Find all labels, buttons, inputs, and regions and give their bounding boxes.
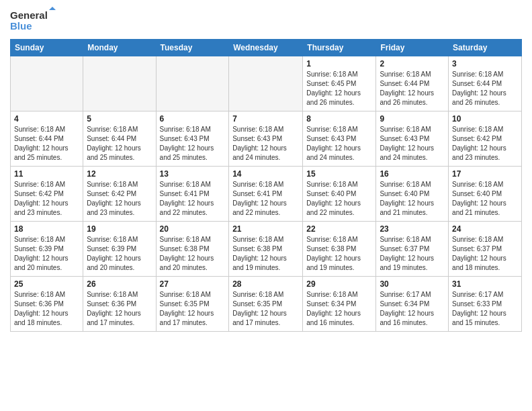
calendar-cell — [229, 56, 303, 111]
calendar-cell: 29Sunrise: 6:18 AM Sunset: 6:34 PM Dayli… — [303, 277, 376, 332]
day-number: 8 — [306, 114, 372, 124]
day-number: 17 — [452, 169, 518, 179]
day-number: 31 — [452, 279, 518, 289]
calendar-week-row: 25Sunrise: 6:18 AM Sunset: 6:36 PM Dayli… — [11, 277, 522, 332]
day-number: 10 — [452, 114, 518, 124]
day-number: 25 — [14, 279, 79, 289]
day-number: 4 — [14, 114, 79, 124]
day-info: Sunrise: 6:18 AM Sunset: 6:42 PM Dayligh… — [14, 180, 79, 218]
day-number: 18 — [14, 224, 79, 234]
calendar-day-header: Saturday — [449, 40, 522, 56]
day-number: 13 — [160, 169, 226, 179]
logo-svg: General Blue — [10, 7, 57, 34]
calendar-cell: 16Sunrise: 6:18 AM Sunset: 6:40 PM Dayli… — [376, 167, 449, 222]
day-info: Sunrise: 6:18 AM Sunset: 6:36 PM Dayligh… — [14, 290, 79, 328]
day-number: 23 — [380, 224, 445, 234]
day-info: Sunrise: 6:18 AM Sunset: 6:44 PM Dayligh… — [87, 125, 152, 163]
calendar-day-header: Tuesday — [156, 40, 229, 56]
calendar-cell: 20Sunrise: 6:18 AM Sunset: 6:38 PM Dayli… — [156, 222, 229, 277]
calendar-week-row: 1Sunrise: 6:18 AM Sunset: 6:45 PM Daylig… — [11, 56, 522, 111]
day-info: Sunrise: 6:17 AM Sunset: 6:33 PM Dayligh… — [452, 290, 518, 328]
calendar-header-row: SundayMondayTuesdayWednesdayThursdayFrid… — [11, 40, 522, 56]
day-number: 20 — [160, 224, 226, 234]
day-info: Sunrise: 6:18 AM Sunset: 6:42 PM Dayligh… — [452, 125, 518, 163]
day-number: 7 — [232, 114, 299, 124]
day-info: Sunrise: 6:18 AM Sunset: 6:41 PM Dayligh… — [160, 180, 226, 218]
calendar-cell: 19Sunrise: 6:18 AM Sunset: 6:39 PM Dayli… — [83, 222, 156, 277]
calendar-cell — [83, 56, 156, 111]
calendar-table: SundayMondayTuesdayWednesdayThursdayFrid… — [10, 39, 522, 332]
day-info: Sunrise: 6:18 AM Sunset: 6:44 PM Dayligh… — [380, 70, 445, 107]
day-info: Sunrise: 6:18 AM Sunset: 6:45 PM Dayligh… — [306, 70, 372, 107]
day-number: 5 — [87, 114, 152, 124]
calendar-cell: 27Sunrise: 6:18 AM Sunset: 6:35 PM Dayli… — [156, 277, 229, 332]
day-number: 6 — [160, 114, 226, 124]
calendar-week-row: 11Sunrise: 6:18 AM Sunset: 6:42 PM Dayli… — [11, 167, 522, 222]
day-number: 24 — [452, 224, 518, 234]
day-number: 16 — [380, 169, 445, 179]
calendar-day-header: Friday — [376, 40, 449, 56]
day-info: Sunrise: 6:18 AM Sunset: 6:40 PM Dayligh… — [452, 180, 518, 218]
calendar-cell — [156, 56, 229, 111]
svg-text:Blue: Blue — [10, 20, 32, 32]
calendar-day-header: Sunday — [11, 40, 83, 56]
day-info: Sunrise: 6:17 AM Sunset: 6:34 PM Dayligh… — [380, 290, 445, 328]
page: General Blue SundayMondayTuesdayWednesda… — [0, 0, 532, 411]
day-number: 3 — [452, 59, 518, 68]
calendar-cell: 11Sunrise: 6:18 AM Sunset: 6:42 PM Dayli… — [11, 167, 83, 222]
calendar-cell: 13Sunrise: 6:18 AM Sunset: 6:41 PM Dayli… — [156, 167, 229, 222]
day-number: 14 — [232, 169, 299, 179]
day-info: Sunrise: 6:18 AM Sunset: 6:43 PM Dayligh… — [380, 125, 445, 163]
logo: General Blue — [10, 7, 57, 34]
day-number: 9 — [380, 114, 445, 124]
day-info: Sunrise: 6:18 AM Sunset: 6:43 PM Dayligh… — [232, 125, 299, 163]
day-number: 27 — [160, 279, 226, 289]
day-number: 19 — [87, 224, 152, 234]
calendar-cell: 10Sunrise: 6:18 AM Sunset: 6:42 PM Dayli… — [449, 111, 522, 167]
day-info: Sunrise: 6:18 AM Sunset: 6:37 PM Dayligh… — [452, 235, 518, 273]
calendar-cell: 21Sunrise: 6:18 AM Sunset: 6:38 PM Dayli… — [229, 222, 303, 277]
calendar-week-row: 4Sunrise: 6:18 AM Sunset: 6:44 PM Daylig… — [11, 111, 522, 167]
day-number: 22 — [306, 224, 372, 234]
calendar-cell: 15Sunrise: 6:18 AM Sunset: 6:40 PM Dayli… — [303, 167, 376, 222]
day-number: 28 — [232, 279, 299, 289]
calendar-cell: 2Sunrise: 6:18 AM Sunset: 6:44 PM Daylig… — [376, 56, 449, 111]
day-number: 2 — [380, 59, 445, 68]
day-number: 29 — [306, 279, 372, 289]
day-info: Sunrise: 6:18 AM Sunset: 6:43 PM Dayligh… — [306, 125, 372, 163]
calendar-cell: 17Sunrise: 6:18 AM Sunset: 6:40 PM Dayli… — [449, 167, 522, 222]
day-info: Sunrise: 6:18 AM Sunset: 6:38 PM Dayligh… — [232, 235, 299, 273]
day-info: Sunrise: 6:18 AM Sunset: 6:37 PM Dayligh… — [380, 235, 445, 273]
calendar-cell: 26Sunrise: 6:18 AM Sunset: 6:36 PM Dayli… — [83, 277, 156, 332]
day-number: 21 — [232, 224, 299, 234]
calendar-cell: 14Sunrise: 6:18 AM Sunset: 6:41 PM Dayli… — [229, 167, 303, 222]
day-info: Sunrise: 6:18 AM Sunset: 6:40 PM Dayligh… — [380, 180, 445, 218]
calendar-cell: 23Sunrise: 6:18 AM Sunset: 6:37 PM Dayli… — [376, 222, 449, 277]
calendar-cell: 5Sunrise: 6:18 AM Sunset: 6:44 PM Daylig… — [83, 111, 156, 167]
day-number: 11 — [14, 169, 79, 179]
day-info: Sunrise: 6:18 AM Sunset: 6:44 PM Dayligh… — [452, 70, 518, 107]
day-info: Sunrise: 6:18 AM Sunset: 6:43 PM Dayligh… — [160, 125, 226, 163]
day-info: Sunrise: 6:18 AM Sunset: 6:40 PM Dayligh… — [306, 180, 372, 218]
calendar-cell: 22Sunrise: 6:18 AM Sunset: 6:38 PM Dayli… — [303, 222, 376, 277]
calendar-cell: 8Sunrise: 6:18 AM Sunset: 6:43 PM Daylig… — [303, 111, 376, 167]
day-info: Sunrise: 6:18 AM Sunset: 6:41 PM Dayligh… — [232, 180, 299, 218]
header: General Blue — [10, 7, 522, 34]
day-info: Sunrise: 6:18 AM Sunset: 6:42 PM Dayligh… — [87, 180, 152, 218]
calendar-cell: 25Sunrise: 6:18 AM Sunset: 6:36 PM Dayli… — [11, 277, 83, 332]
calendar-day-header: Wednesday — [229, 40, 303, 56]
day-info: Sunrise: 6:18 AM Sunset: 6:34 PM Dayligh… — [306, 290, 372, 328]
calendar-cell: 1Sunrise: 6:18 AM Sunset: 6:45 PM Daylig… — [303, 56, 376, 111]
calendar-week-row: 18Sunrise: 6:18 AM Sunset: 6:39 PM Dayli… — [11, 222, 522, 277]
calendar-cell: 12Sunrise: 6:18 AM Sunset: 6:42 PM Dayli… — [83, 167, 156, 222]
day-number: 12 — [87, 169, 152, 179]
day-number: 1 — [306, 59, 372, 68]
calendar-cell: 7Sunrise: 6:18 AM Sunset: 6:43 PM Daylig… — [229, 111, 303, 167]
day-number: 15 — [306, 169, 372, 179]
calendar-cell: 30Sunrise: 6:17 AM Sunset: 6:34 PM Dayli… — [376, 277, 449, 332]
calendar-cell: 28Sunrise: 6:18 AM Sunset: 6:35 PM Dayli… — [229, 277, 303, 332]
day-info: Sunrise: 6:18 AM Sunset: 6:35 PM Dayligh… — [160, 290, 226, 328]
day-info: Sunrise: 6:18 AM Sunset: 6:35 PM Dayligh… — [232, 290, 299, 328]
svg-marker-2 — [49, 7, 56, 10]
day-info: Sunrise: 6:18 AM Sunset: 6:38 PM Dayligh… — [160, 235, 226, 273]
